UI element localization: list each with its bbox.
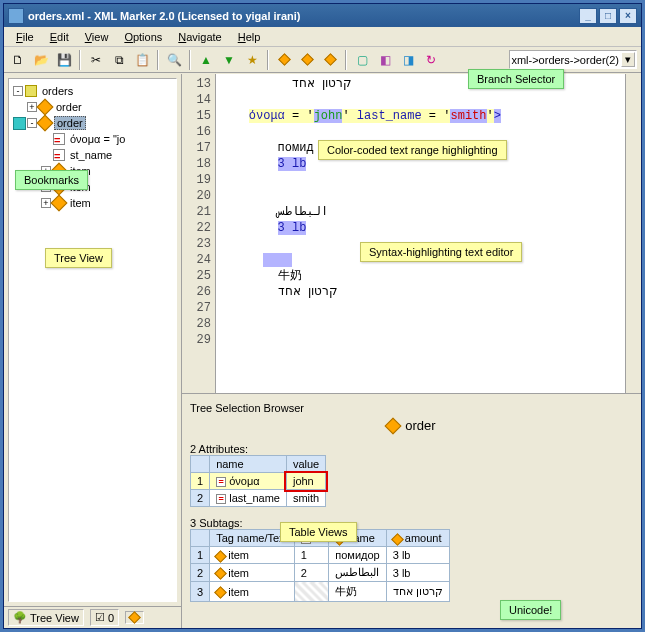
tree-pane: -orders+order-orderόνομα = "jost_name+it… xyxy=(4,74,182,628)
editor-scrollbar-vertical[interactable] xyxy=(625,74,641,393)
attributes-table[interactable]: namevalue1 όνομαjohn2 last_namesmith xyxy=(190,455,326,507)
close-button[interactable]: × xyxy=(619,8,637,24)
menu-options[interactable]: Options xyxy=(116,29,170,45)
titlebar[interactable]: orders.xml - XML Marker 2.0 (Licensed to… xyxy=(4,4,641,27)
diamond-next-icon[interactable] xyxy=(320,50,340,70)
menubar: File Edit View Options Navigate Help xyxy=(4,27,641,47)
menu-file[interactable]: File xyxy=(8,29,42,45)
tool-c-icon[interactable]: ◨ xyxy=(398,50,418,70)
new-icon[interactable]: 🗋 xyxy=(8,50,28,70)
sub-caption: 3 Subtags: xyxy=(190,517,633,529)
diamond-prev-icon[interactable] xyxy=(274,50,294,70)
minimize-button[interactable]: _ xyxy=(579,8,597,24)
code-editor[interactable]: קרטון אחד όνομα = 'john' last_name = 'sm… xyxy=(216,74,625,393)
callout-color: Color-coded text range highlighting xyxy=(318,140,507,160)
menu-help[interactable]: Help xyxy=(230,29,269,45)
attr-caption: 2 Attributes: xyxy=(190,443,633,455)
callout-bookmarks: Bookmarks xyxy=(15,170,88,190)
open-icon[interactable]: 📂 xyxy=(31,50,51,70)
diamond-open-icon[interactable] xyxy=(297,50,317,70)
tree-view[interactable]: -orders+order-orderόνομα = "jost_name+it… xyxy=(8,78,177,602)
chevron-down-icon[interactable]: ▾ xyxy=(621,52,635,67)
maximize-button[interactable]: □ xyxy=(599,8,617,24)
menu-navigate[interactable]: Navigate xyxy=(170,29,229,45)
tool-b-icon[interactable]: ◧ xyxy=(375,50,395,70)
branch-selector[interactable]: xml->orders->order(2) ▾ xyxy=(509,50,637,69)
tool-a-icon[interactable]: ▢ xyxy=(352,50,372,70)
cut-icon[interactable]: ✂ xyxy=(86,50,106,70)
tree-selection-browser: Tree Selection Browser order 2 Attribute… xyxy=(182,394,641,628)
bookmark-marker-icon[interactable] xyxy=(13,117,26,130)
tsb-title: Tree Selection Browser xyxy=(190,402,633,414)
diamond-tab[interactable] xyxy=(125,611,144,624)
callout-treeview: Tree View xyxy=(45,248,112,268)
paste-icon[interactable]: 📋 xyxy=(132,50,152,70)
window-title: orders.xml - XML Marker 2.0 (Licensed to… xyxy=(28,10,579,22)
count-indicator[interactable]: ☑ 0 xyxy=(90,609,119,626)
diamond-icon xyxy=(385,417,402,434)
callout-branch: Branch Selector xyxy=(468,69,564,89)
save-icon[interactable]: 💾 xyxy=(54,50,74,70)
branch-selector-value: xml->orders->order(2) xyxy=(511,54,619,66)
callout-tableviews: Table Views xyxy=(280,522,357,542)
app-icon xyxy=(8,8,24,24)
tree-view-tab[interactable]: 🌳 Tree View xyxy=(8,609,84,626)
editor-gutter: 1314151617181920212223242526272829 xyxy=(182,74,216,393)
nav-up-icon[interactable]: ▲ xyxy=(196,50,216,70)
find-icon[interactable]: 🔍 xyxy=(164,50,184,70)
menu-edit[interactable]: Edit xyxy=(42,29,77,45)
menu-view[interactable]: View xyxy=(77,29,117,45)
tree-pane-tabs: 🌳 Tree View ☑ 0 xyxy=(4,606,181,628)
callout-unicode: Unicode! xyxy=(500,600,561,620)
tool-d-icon[interactable]: ↻ xyxy=(421,50,441,70)
copy-icon[interactable]: ⧉ xyxy=(109,50,129,70)
nav-down-icon[interactable]: ▼ xyxy=(219,50,239,70)
tsb-node-label: order xyxy=(405,418,435,433)
callout-syntax: Syntax-highlighting text editor xyxy=(360,242,522,262)
bookmark-icon[interactable]: ★ xyxy=(242,50,262,70)
